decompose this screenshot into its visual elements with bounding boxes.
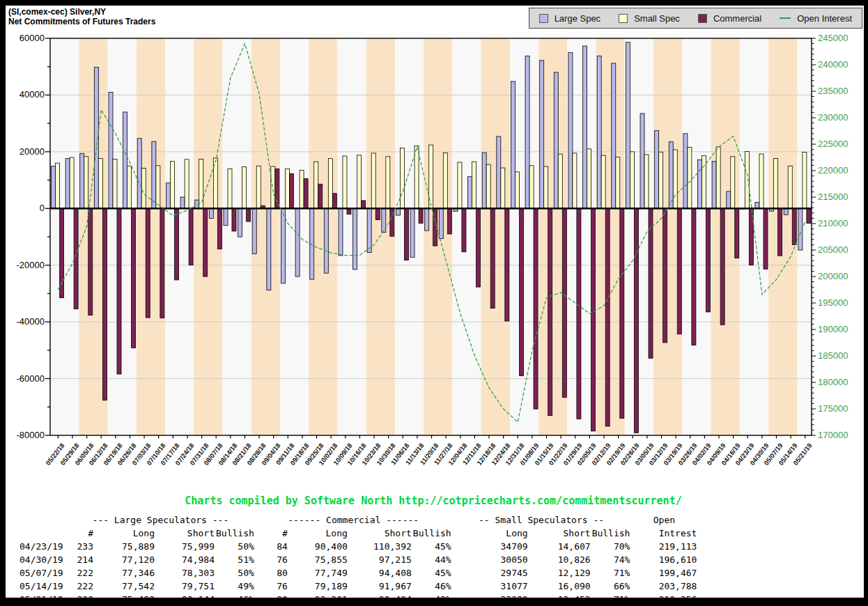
bar-commercial	[505, 208, 509, 321]
bar-small-spec	[328, 159, 332, 209]
left-axis-label: -40000	[3, 316, 45, 327]
bar-small-spec	[688, 147, 692, 208]
bar-commercial	[634, 208, 638, 433]
bar-commercial	[304, 179, 308, 209]
bar-large-spec	[295, 208, 300, 277]
bar-small-spec	[98, 159, 102, 209]
bar-large-spec	[482, 153, 486, 208]
bar-commercial	[247, 208, 251, 222]
table-cell: Long	[453, 527, 529, 540]
right-axis-label: 180000	[818, 377, 862, 387]
table-cell: 75,855	[289, 553, 349, 566]
table-cell: 49%	[216, 580, 256, 593]
bar-small-spec	[774, 159, 778, 209]
right-axis-label: 200000	[818, 271, 862, 281]
bar-commercial	[591, 208, 596, 431]
table-cell: 110,392	[349, 540, 413, 553]
bar-commercial	[605, 208, 610, 426]
table-cell: 75,482	[95, 593, 156, 606]
bar-commercial	[649, 208, 653, 358]
bar-small-spec	[529, 166, 534, 208]
table-cell: 29745	[453, 566, 529, 580]
bar-small-spec	[716, 147, 720, 208]
bar-large-spec	[267, 208, 271, 290]
table-cell: 90,400	[289, 540, 349, 553]
bar-commercial	[189, 208, 193, 265]
table-cell: Open	[631, 513, 698, 527]
table-cell: 88,484	[349, 593, 413, 606]
bar-small-spec	[300, 170, 304, 208]
bar-small-spec	[644, 155, 649, 208]
cot-data-table: --- Large Speculators --------- Commerci…	[20, 513, 698, 606]
bar-large-spec	[65, 159, 70, 209]
bar-small-spec	[185, 160, 189, 208]
right-axis-label: 230000	[818, 112, 862, 123]
bar-small-spec	[400, 148, 404, 209]
table-cell: -- Small Speculators --	[453, 513, 632, 527]
table-cell: 74%	[592, 553, 632, 566]
bar-small-spec	[285, 169, 289, 208]
bar-commercial	[275, 169, 279, 208]
table-cell: 34709	[453, 540, 529, 553]
bar-small-spec	[788, 166, 792, 208]
table-cell: Bullish	[216, 527, 256, 540]
table-cell: 46%	[216, 593, 256, 606]
chart-svg	[6, 6, 864, 493]
bar-small-spec	[357, 155, 362, 209]
table-cell: 75,889	[95, 540, 156, 553]
table-cell: 10,826	[529, 553, 592, 566]
bar-large-spec	[655, 130, 659, 208]
right-axis-label: 175000	[818, 403, 862, 414]
right-axis-label: 240000	[818, 59, 862, 70]
bar-commercial	[217, 208, 222, 249]
bar-small-spec	[759, 154, 764, 208]
bar-commercial	[692, 208, 696, 345]
bar-large-spec	[80, 153, 84, 208]
bar-commercial	[562, 208, 566, 397]
table-cell: 79,751	[156, 580, 216, 593]
right-axis-label: 220000	[818, 165, 862, 176]
left-axis-label: -60000	[3, 373, 45, 384]
bar-commercial	[462, 208, 466, 251]
background-stripe	[424, 38, 452, 435]
left-axis-label: 60000	[3, 33, 45, 43]
table-row: 05/07/1922277,34678,30350%8077,74994,408…	[20, 566, 698, 580]
table-cell: 46%	[413, 580, 453, 593]
bar-small-spec	[702, 156, 706, 209]
bar-small-spec	[314, 162, 318, 208]
table-cell: 12,129	[529, 566, 592, 580]
table-cell: #	[256, 527, 289, 540]
bar-commercial	[720, 208, 724, 325]
table-cell	[20, 513, 67, 527]
table-cell: 05/21/19	[20, 593, 67, 606]
table-cell: 30050	[453, 553, 529, 566]
table-cell: 77,749	[289, 566, 349, 580]
right-axis-label: 190000	[818, 324, 862, 334]
bar-large-spec	[52, 166, 56, 209]
bar-large-spec	[583, 46, 587, 208]
table-cell: 04/30/19	[20, 553, 67, 566]
bar-large-spec	[410, 208, 414, 257]
bar-commercial	[792, 208, 796, 244]
bar-commercial	[117, 208, 121, 374]
table-cell: Short	[349, 527, 413, 540]
bar-small-spec	[472, 162, 476, 208]
right-axis-label: 195000	[818, 297, 862, 308]
table-cell: 71%	[592, 593, 632, 606]
table-cell: ------ Commercial ------	[256, 513, 453, 527]
bar-commercial	[174, 208, 178, 280]
table-cell: 77,542	[95, 580, 156, 593]
page: (SI,comex-cec) Silver,NYNet Commitments …	[0, 0, 868, 606]
table-row: 04/30/1921477,12074,98451%7675,85597,215…	[20, 553, 698, 566]
bar-small-spec	[659, 152, 663, 208]
table-cell: 83,301	[289, 593, 349, 606]
bar-small-spec	[544, 166, 548, 208]
right-axis-label: 205000	[818, 244, 862, 255]
table-cell: 71%	[592, 566, 632, 580]
bar-large-spec	[468, 177, 472, 209]
bar-large-spec	[597, 56, 601, 208]
table-cell: 13,453	[529, 593, 592, 606]
bar-commercial	[146, 208, 150, 318]
bar-small-spec	[271, 166, 275, 208]
table-cell: 70%	[592, 540, 632, 553]
